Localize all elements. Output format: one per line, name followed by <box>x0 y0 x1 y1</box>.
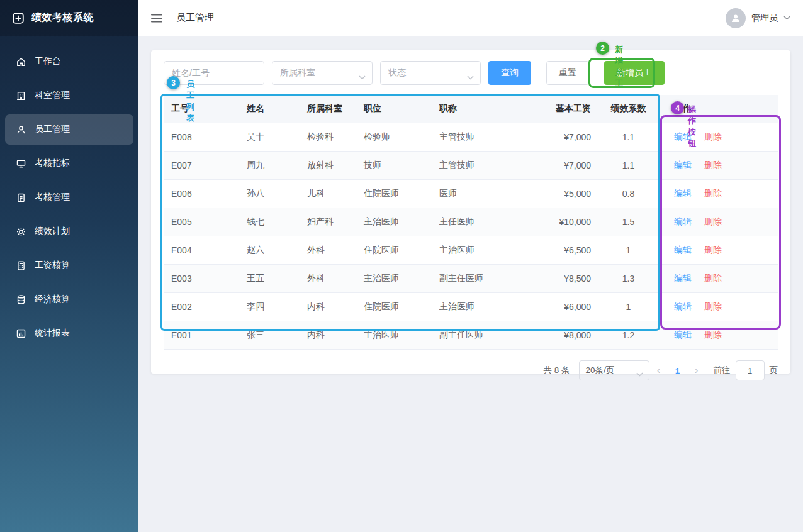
next-page-button[interactable]: › <box>687 364 706 377</box>
chart-icon <box>16 328 26 339</box>
cell: 主治医师 <box>356 321 432 350</box>
delete-link[interactable]: 删除 <box>704 131 722 141</box>
search-button[interactable]: 查询 <box>488 61 531 85</box>
add-employee-button[interactable]: 新增员工 <box>604 61 665 85</box>
sidebar-item-indicators[interactable]: 考核指标 <box>5 148 133 179</box>
cell: 张三 <box>239 321 300 350</box>
breadcrumb: 员工管理 <box>176 12 214 24</box>
table-header-row: 工号姓名所属科室职位职称基本工资绩效系数操作 <box>164 95 778 123</box>
delete-link[interactable]: 删除 <box>704 273 722 283</box>
page-size-select[interactable]: 20条/页 <box>579 360 649 380</box>
search-input[interactable] <box>164 61 264 85</box>
cell: 主管技师 <box>432 152 526 180</box>
sidebar-item-performance-plan[interactable]: 绩效计划 <box>5 216 133 247</box>
cell: 主治医师 <box>432 236 526 265</box>
edit-link[interactable]: 编辑 <box>674 160 692 170</box>
edit-link[interactable]: 编辑 <box>674 131 692 141</box>
edit-link[interactable]: 编辑 <box>674 216 692 226</box>
edit-link[interactable]: 编辑 <box>674 273 692 283</box>
cell: 1.1 <box>598 123 658 152</box>
sidebar-item-workbench[interactable]: 工作台 <box>5 47 133 77</box>
cell: E007 <box>164 152 239 180</box>
employee-table: 工号姓名所属科室职位职称基本工资绩效系数操作 E008吴十检验科检验师主管技师¥… <box>164 95 778 350</box>
column-header: 工号 <box>164 95 239 123</box>
cell: 孙八 <box>239 180 300 208</box>
table-row: E002李四内科住院医师主治医师¥6,0001编辑删除 <box>164 293 778 321</box>
delete-link[interactable]: 删除 <box>704 301 722 311</box>
cell: 住院医师 <box>356 236 432 265</box>
column-header: 绩效系数 <box>598 95 658 123</box>
cell: 李四 <box>239 293 300 321</box>
cell: 主治医师 <box>356 265 432 293</box>
status-select[interactable]: 状态 <box>380 61 481 85</box>
sidebar-item-reports[interactable]: 统计报表 <box>5 318 133 348</box>
page: 绩效考核系统 工作台科室管理员工管理考核指标考核管理绩效计划工资核算经济核算统计… <box>0 0 803 532</box>
cell: 技师 <box>356 152 432 180</box>
cell: ¥7,000 <box>526 123 598 152</box>
column-header: 基本工资 <box>526 95 598 123</box>
hamburger-icon[interactable] <box>151 14 162 23</box>
sidebar: 绩效考核系统 工作台科室管理员工管理考核指标考核管理绩效计划工资核算经济核算统计… <box>0 0 138 532</box>
cell: E001 <box>164 321 239 350</box>
cell: 妇产科 <box>300 208 356 236</box>
cell: ¥8,500 <box>526 265 598 293</box>
cell: E005 <box>164 208 239 236</box>
edit-link[interactable]: 编辑 <box>674 330 692 340</box>
cell: 内科 <box>300 293 356 321</box>
column-header: 职位 <box>356 95 432 123</box>
department-select[interactable]: 所属科室 <box>272 61 373 85</box>
table-row: E001张三内科主治医师副主任医师¥8,0001.2编辑删除 <box>164 321 778 350</box>
column-header: 所属科室 <box>300 95 356 123</box>
delete-link[interactable]: 删除 <box>704 160 722 170</box>
edit-link[interactable]: 编辑 <box>674 245 692 255</box>
delete-link[interactable]: 删除 <box>704 188 722 198</box>
cell: 主管技师 <box>432 123 526 152</box>
delete-link[interactable]: 删除 <box>704 216 722 226</box>
goto-label: 前往 <box>714 365 731 376</box>
edit-link[interactable]: 编辑 <box>674 188 692 198</box>
cell: E003 <box>164 265 239 293</box>
operations-cell: 编辑删除 <box>658 236 778 265</box>
cell: 检验师 <box>356 123 432 152</box>
cell: 1.5 <box>598 208 658 236</box>
sidebar-item-economic-accounting[interactable]: 经济核算 <box>5 284 133 314</box>
cell: ¥6,000 <box>526 293 598 321</box>
sidebar-item-departments[interactable]: 科室管理 <box>5 80 133 111</box>
cell: ¥7,000 <box>526 152 598 180</box>
page-size-value: 20条/页 <box>586 365 615 376</box>
current-page[interactable]: 1 <box>668 366 687 375</box>
cell: 主任医师 <box>432 208 526 236</box>
table-row: E008吴十检验科检验师主管技师¥7,0001.1编辑删除 <box>164 123 778 152</box>
gear-icon <box>16 226 26 237</box>
calculator-icon <box>16 260 26 271</box>
column-header: 职称 <box>432 95 526 123</box>
chevron-down-icon <box>783 16 790 20</box>
pagination: 共 8 条 20条/页 ‹ 1 › 前往 页 <box>164 360 778 380</box>
sidebar-item-label: 考核管理 <box>35 192 70 203</box>
user-menu[interactable]: 管理员 <box>726 8 790 28</box>
app-logo: 绩效考核系统 <box>0 0 138 36</box>
sidebar-item-label: 考核指标 <box>35 158 70 169</box>
cell: E004 <box>164 236 239 265</box>
chevron-down-icon <box>467 72 474 82</box>
cell: 钱七 <box>239 208 300 236</box>
sidebar-item-label: 科室管理 <box>35 90 70 101</box>
table-body: E008吴十检验科检验师主管技师¥7,0001.1编辑删除E007周九放射科技师… <box>164 123 778 350</box>
delete-link[interactable]: 删除 <box>704 330 722 340</box>
user-name: 管理员 <box>751 13 778 24</box>
sidebar-item-assessments[interactable]: 考核管理 <box>5 182 133 213</box>
edit-link[interactable]: 编辑 <box>674 301 692 311</box>
goto-page-input[interactable] <box>736 360 765 380</box>
cell: 1.2 <box>598 321 658 350</box>
sidebar-item-employees[interactable]: 员工管理 <box>5 114 133 145</box>
reset-button[interactable]: 重置 <box>546 61 589 85</box>
cell: 赵六 <box>239 236 300 265</box>
cell: 1.3 <box>598 265 658 293</box>
delete-link[interactable]: 删除 <box>704 245 722 255</box>
sidebar-item-label: 经济核算 <box>35 294 70 305</box>
table-row: E003王五外科主治医师副主任医师¥8,5001.3编辑删除 <box>164 265 778 293</box>
sidebar-item-salary-accounting[interactable]: 工资核算 <box>5 250 133 280</box>
cell: E008 <box>164 123 239 152</box>
chevron-down-icon <box>359 72 366 82</box>
prev-page-button[interactable]: ‹ <box>649 364 668 377</box>
